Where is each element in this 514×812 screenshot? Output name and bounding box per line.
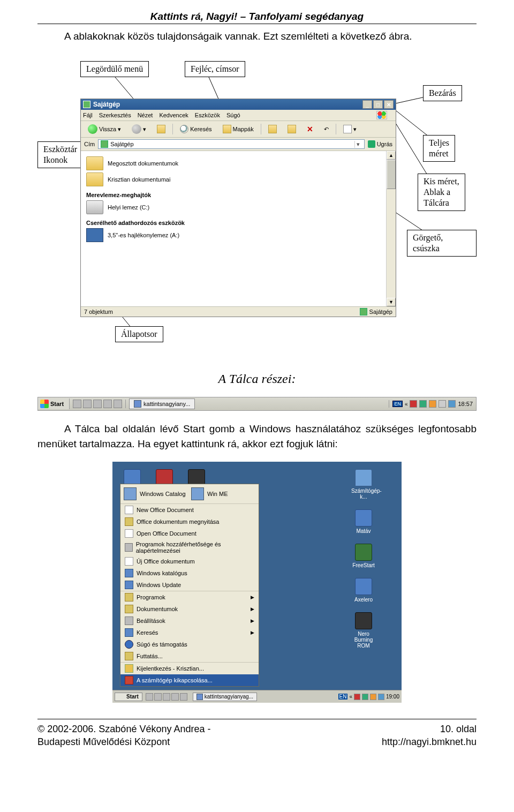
app-icon xyxy=(355,578,372,595)
start-menu-item[interactable]: Win ME xyxy=(191,487,255,500)
start-menu-item[interactable]: Programok▶ xyxy=(120,591,259,603)
window-title: Sajátgép xyxy=(93,101,120,108)
up-button[interactable] xyxy=(153,123,169,135)
word-icon xyxy=(196,694,203,700)
scrollbar[interactable]: ▲ ▼ xyxy=(386,151,396,306)
start-button[interactable]: Start xyxy=(38,399,70,409)
desktop-icon[interactable]: Matáv xyxy=(351,509,376,534)
tray-icon[interactable] xyxy=(354,694,360,700)
start-menu-item[interactable]: Windows Update xyxy=(120,579,259,591)
ql-icon[interactable] xyxy=(73,400,81,408)
menu-file[interactable]: Fájl xyxy=(83,112,93,118)
tray-expand-icon[interactable]: « xyxy=(349,694,352,700)
list-item[interactable]: Megosztott dokumentumok xyxy=(86,156,381,170)
address-dropdown-icon[interactable]: ▾ xyxy=(354,141,362,148)
delete-button[interactable]: ✕ xyxy=(303,123,317,135)
tray-expand-icon[interactable]: « xyxy=(405,401,408,407)
start-button[interactable]: Start xyxy=(115,693,142,701)
chevron-right-icon: ▶ xyxy=(251,618,254,623)
start-menu-item[interactable]: Dokumentumok▶ xyxy=(120,603,259,615)
desktop-icon[interactable]: Axelero xyxy=(351,578,376,603)
back-button[interactable]: Vissza ▾ xyxy=(84,123,125,136)
menu-help[interactable]: Súgó xyxy=(226,112,240,118)
section-heading: Merevlemez-meghajtók xyxy=(86,192,381,198)
ql-icon[interactable] xyxy=(83,400,92,408)
start-menu-item[interactable]: Windows Catalog xyxy=(124,487,188,500)
language-indicator[interactable]: EN xyxy=(392,401,403,407)
gear-icon xyxy=(125,543,133,552)
start-menu-item[interactable]: Open Office Document xyxy=(120,528,259,539)
scroll-down-button[interactable]: ▼ xyxy=(387,298,396,306)
menu-view[interactable]: Nézet xyxy=(138,112,153,118)
menu-favorites[interactable]: Kedvencek xyxy=(159,112,188,118)
delete-icon: ✕ xyxy=(307,125,313,133)
search-button[interactable]: Keresés xyxy=(176,123,215,135)
titlebar[interactable]: Sajátgép _ □ ✕ xyxy=(81,99,396,110)
ql-icon[interactable] xyxy=(171,693,179,701)
tool-button-2[interactable] xyxy=(284,123,300,135)
scroll-track[interactable] xyxy=(387,189,396,298)
ql-icon[interactable] xyxy=(114,400,122,408)
close-button[interactable]: ✕ xyxy=(384,100,394,109)
start-menu-item[interactable]: Új Office dokumentum xyxy=(120,555,259,567)
start-menu-item[interactable]: New Office Document xyxy=(120,504,259,516)
list-item[interactable]: Helyi lemez (C:) xyxy=(86,200,381,214)
ql-icon[interactable] xyxy=(103,400,112,408)
tray-icon[interactable] xyxy=(448,400,456,408)
views-button[interactable]: ▾ xyxy=(339,123,360,135)
ql-icon[interactable] xyxy=(180,693,187,701)
list-item[interactable]: Krisztian dokumentumai xyxy=(86,172,381,186)
desktop-icon[interactable]: Számítógép-k... xyxy=(351,469,376,500)
start-menu-item[interactable]: Office dokumentum megnyitása xyxy=(120,516,259,528)
ql-icon[interactable] xyxy=(154,693,162,701)
paragraph-2: A Tálca bal oldalán lévő Start gomb a Wi… xyxy=(37,422,477,451)
undo-button[interactable]: ↶ xyxy=(320,124,332,134)
tray-icon[interactable] xyxy=(419,400,427,408)
minimize-button[interactable]: _ xyxy=(362,100,372,109)
svg-line-1 xyxy=(209,77,220,101)
start-menu-item-highlight[interactable]: A számítógép kikapcsolása... xyxy=(120,674,259,686)
status-left: 7 objektum xyxy=(84,309,113,315)
start-menu-item[interactable]: Windows katalógus xyxy=(120,567,259,579)
scroll-up-button[interactable]: ▲ xyxy=(387,151,396,160)
address-field[interactable]: Sajátgép ▾ xyxy=(98,139,364,149)
start-menu-item[interactable]: Programok hozzáférhetősége és alapértelm… xyxy=(120,539,259,555)
forward-button[interactable]: ▾ xyxy=(128,123,150,136)
taskbar-task[interactable]: kattintsnagyiany... xyxy=(129,399,195,409)
tool-button-1[interactable] xyxy=(264,123,281,135)
tray-icon[interactable] xyxy=(410,400,417,408)
window-buttons: _ □ ✕ xyxy=(362,100,394,109)
desktop-icon[interactable]: FreeStart xyxy=(351,544,376,568)
chevron-right-icon: ▶ xyxy=(251,630,254,635)
language-indicator[interactable]: EN xyxy=(338,694,348,700)
shutdown-icon xyxy=(125,676,133,685)
search-icon xyxy=(180,125,188,133)
start-menu-item[interactable]: Futtatás... xyxy=(120,650,259,662)
start-menu-screenshot: Lomtár Adobe Acrobat 6.0 Professional Me… xyxy=(112,462,402,703)
maximize-button[interactable]: □ xyxy=(373,100,383,109)
list-item[interactable]: 3,5"-es hajlékonylemez (A:) xyxy=(86,228,381,242)
ql-icon[interactable] xyxy=(93,400,102,408)
tray-icon[interactable] xyxy=(439,400,446,408)
chevron-right-icon: ▶ xyxy=(251,606,254,612)
start-menu-item[interactable]: Kijelentkezés - Krisztian... xyxy=(120,663,259,674)
desktop-icon[interactable]: Nero Burning ROM xyxy=(351,612,376,649)
folders-button[interactable]: Mappák xyxy=(219,123,258,135)
taskbar-task[interactable]: kattintsnagyianyag... xyxy=(193,693,257,701)
app-icon xyxy=(355,544,372,561)
organization: Budapesti Művelődési Központ xyxy=(37,735,211,748)
tray-icon[interactable] xyxy=(362,694,368,700)
scroll-thumb[interactable] xyxy=(387,160,396,189)
menu-edit[interactable]: Szerkesztés xyxy=(99,112,131,118)
go-button[interactable]: Ugrás xyxy=(368,140,392,148)
start-menu-item[interactable]: Keresés▶ xyxy=(120,627,259,638)
menu-tools[interactable]: Eszközök xyxy=(195,112,220,118)
start-menu-item[interactable]: Beállítások▶ xyxy=(120,615,259,627)
ql-icon[interactable] xyxy=(146,693,153,701)
ql-icon[interactable] xyxy=(163,693,170,701)
start-menu-item[interactable]: Súgó és támogatás xyxy=(120,638,259,650)
doc-icon xyxy=(125,506,133,514)
tray-icon[interactable] xyxy=(378,694,384,700)
tray-icon[interactable] xyxy=(429,400,436,408)
tray-icon[interactable] xyxy=(370,694,376,700)
